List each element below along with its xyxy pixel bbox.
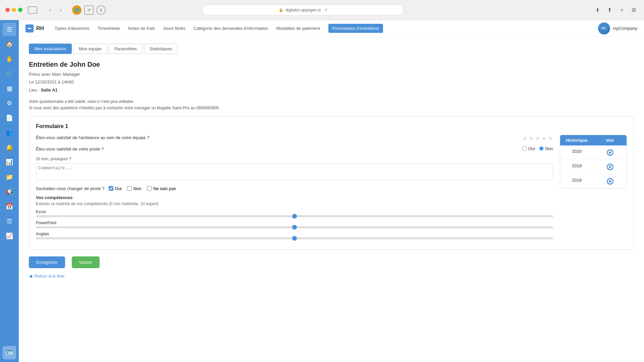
interview-meta: Prévu avec Marc Manager Le 12/10/2021 à …	[29, 70, 634, 94]
address-bar[interactable]: 🔒 digitalizr.appsgen.io ↺	[202, 5, 404, 15]
skills-section: Vos compétences Estimez la maîtrise de v…	[36, 195, 553, 239]
tab-mes-evaluations[interactable]: Mes évaluations	[29, 44, 72, 54]
save-button[interactable]: Enregistrer	[29, 256, 65, 268]
form-left: Êtes-vous satisfait de l'ambiance au sei…	[36, 135, 553, 243]
star-3[interactable]: ★	[535, 135, 540, 142]
sidebar-bell-icon[interactable]: 🔔	[3, 141, 16, 154]
radio-oui-label[interactable]: Oui	[522, 146, 535, 151]
skill-excel-slider[interactable]	[36, 215, 553, 217]
sidebar-badge-icon[interactable]: 🪪	[3, 346, 16, 359]
radio-group-poste: Oui Non	[522, 146, 553, 151]
radio-oui[interactable]	[522, 146, 527, 151]
skill-powerpoint-slider[interactable]	[36, 226, 553, 228]
commentaire-textarea[interactable]	[36, 163, 553, 180]
nav-categorie[interactable]: Catégorie des demandes d'information	[194, 26, 268, 31]
changement-non-checkbox[interactable]	[127, 186, 132, 191]
browser-actions: ⬇ ⬆ + ⊞	[593, 5, 639, 15]
sidebar-cart-icon[interactable]: 🛒	[3, 67, 16, 80]
tab-statistiques[interactable]: Statistiques	[144, 44, 178, 54]
question-poste-text: Êtes-vous satisfait de votre poste ?	[36, 146, 518, 152]
changement-ne-sais-pas-checkbox[interactable]	[147, 186, 152, 191]
changement-non-label[interactable]: Non	[127, 186, 142, 191]
maximize-button[interactable]	[18, 8, 22, 12]
history-view-2019[interactable]	[597, 163, 623, 171]
browser-chrome: ‹ › 🌐 ↺ ℹ 🔒 digitalizr.appsgen.io ↺ ⬇ ⬆ …	[0, 0, 644, 20]
company-name: myCompany	[613, 26, 637, 31]
nav-notes-frais[interactable]: Notes de frais	[128, 26, 155, 31]
history-view-2020[interactable]	[597, 149, 623, 156]
close-button[interactable]	[5, 8, 10, 12]
form-content: Êtes-vous satisfait de l'ambiance au sei…	[36, 135, 627, 243]
nav-timesheets[interactable]: Timesheets	[98, 26, 120, 31]
sidebar-chart-icon[interactable]: 📊	[3, 156, 16, 169]
skill-anglais: Anglais	[36, 232, 553, 239]
star-4[interactable]: ★	[541, 135, 547, 142]
back-nav-button[interactable]: ‹	[45, 5, 55, 15]
download-icon[interactable]: ⬇	[593, 5, 602, 15]
add-tab-icon[interactable]: +	[617, 5, 627, 15]
minimize-button[interactable]	[12, 8, 16, 12]
sidebar-megaphone-icon[interactable]: 📢	[3, 185, 16, 198]
sidebar: ☰ 🏠 ✋ 🛒 ▦ ⚙ 📄 👥 🔔 📊 📁 📢 📅 ☰ 📈 🪪	[0, 20, 19, 362]
back-link-text[interactable]: Retour à la liste	[34, 274, 64, 279]
skill-powerpoint-dot[interactable]	[292, 225, 297, 230]
question-poste: Êtes-vous satisfait de votre poste ? Oui…	[36, 146, 553, 152]
tab-mon-equipe[interactable]: Mon équipe	[73, 44, 107, 54]
nav-formulaires[interactable]: Formulaires d'entretiens	[328, 24, 383, 33]
star-rating[interactable]: ★ ★ ★ ★ ★	[522, 135, 553, 142]
changement-ne-sais-pas-label[interactable]: Ne sais pas	[147, 186, 176, 191]
sidebar-hand-icon[interactable]: ✋	[3, 52, 16, 66]
skill-anglais-dot[interactable]	[292, 236, 297, 241]
sidebar-calendar-icon[interactable]: 📅	[3, 200, 16, 213]
sidebar-home-icon[interactable]: 🏠	[3, 38, 16, 51]
changement-row: Souhaitez-vous changer de poste ? Oui No…	[36, 186, 553, 191]
action-buttons: Enregistrer Valider	[29, 256, 634, 268]
star-1[interactable]: ★	[522, 135, 528, 142]
sidebar-users-icon[interactable]: 👥	[3, 126, 16, 139]
changement-oui-label[interactable]: Oui	[109, 186, 122, 191]
changement-oui-checkbox[interactable]	[109, 186, 113, 191]
nav-jours-feries[interactable]: Jours fériés	[163, 26, 185, 31]
star-5[interactable]: ★	[548, 135, 553, 142]
interview-date: Le 12/10/2021 à 14h50	[29, 78, 634, 86]
browser-nav: ‹ ›	[45, 5, 65, 15]
tab-parametres[interactable]: Paramètres	[109, 44, 143, 54]
forward-nav-button[interactable]: ›	[56, 5, 65, 15]
skill-excel-dot[interactable]	[292, 214, 297, 219]
sidebar-grid-icon[interactable]: ▦	[3, 82, 16, 95]
extensions-icon[interactable]: ⊞	[629, 5, 639, 15]
interview-lieu: Lieu : Salle A1	[29, 86, 634, 94]
skills-subtitle: Estimez la maîtrise de vos compétences (…	[36, 201, 553, 206]
skill-anglais-slider[interactable]	[36, 237, 553, 239]
brand-icon: ⬅	[25, 24, 34, 33]
question-ambiance: Êtes-vous satisfait de l'ambiance au sei…	[36, 135, 553, 142]
tabs: Mes évaluations Mon équipe Paramètres St…	[29, 44, 634, 54]
history-view-2018[interactable]	[597, 178, 623, 185]
history-row-2020: 2020	[560, 145, 627, 160]
share-icon[interactable]: ⬆	[605, 5, 614, 15]
company-logo: MC myCompany	[598, 22, 637, 35]
nav-modalites[interactable]: Modalités de paiement	[276, 26, 320, 31]
app: ☰ 🏠 ✋ 🛒 ▦ ⚙ 📄 👥 🔔 📊 📁 📢 📅 ☰ 📈 🪪 ⬅ RH Typ…	[0, 20, 644, 362]
top-nav: ⬅ RH Types d'absences Timesheets Notes d…	[19, 20, 644, 37]
history-row-2018: 2018	[560, 174, 627, 188]
sidebar-doc-icon[interactable]: 📄	[3, 111, 16, 125]
radio-non[interactable]	[539, 146, 544, 151]
info-icon[interactable]: ℹ	[96, 5, 106, 15]
star-2[interactable]: ★	[529, 135, 534, 142]
changement-oui-text: Oui	[115, 186, 122, 191]
nav-types-absences[interactable]: Types d'absences	[55, 26, 90, 31]
sidebar-file-icon[interactable]: 📁	[3, 170, 16, 184]
skill-excel-name: Excel	[36, 209, 553, 214]
sidebar-gear-icon[interactable]: ⚙	[3, 97, 16, 110]
radio-non-label[interactable]: Non	[539, 146, 553, 151]
sidebar-menu-icon[interactable]: ☰	[3, 23, 16, 36]
refresh-icon[interactable]: ↺	[84, 5, 94, 15]
company-avatar: MC	[598, 22, 610, 35]
changement-label: Souhaitez-vous changer de poste ?	[36, 186, 105, 191]
back-link[interactable]: ◀ Retour à la liste	[29, 274, 634, 279]
sidebar-barchart-icon[interactable]: 📈	[3, 229, 16, 243]
validate-button[interactable]: Valider	[72, 256, 100, 268]
form-card-title: Formulaire 1	[36, 123, 627, 129]
sidebar-list-icon[interactable]: ☰	[3, 215, 16, 228]
